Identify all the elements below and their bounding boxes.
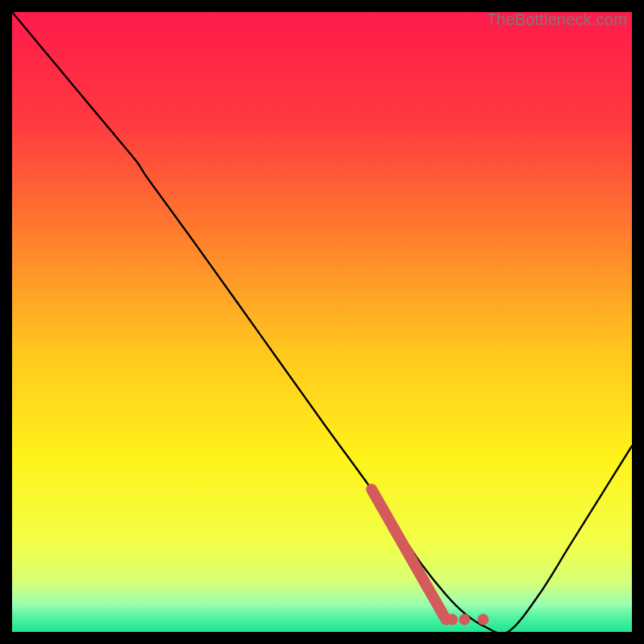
highlight-dot: [447, 614, 458, 625]
highlight-dots: [447, 614, 489, 625]
highlight-dot: [477, 614, 489, 625]
chart-frame: TheBottleneck.com: [0, 0, 644, 644]
curve-layer: [12, 12, 632, 632]
highlight-segment: [372, 489, 446, 620]
highlight-dot: [459, 614, 470, 625]
watermark-label: TheBottleneck.com: [486, 12, 627, 29]
plot-area: TheBottleneck.com: [12, 12, 632, 632]
bottleneck-curve: [12, 12, 632, 632]
